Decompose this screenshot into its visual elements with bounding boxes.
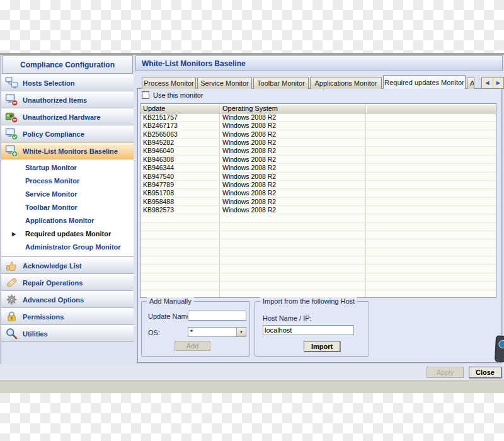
sidebar-item-policy-compliance[interactable]: Policy Compliance [1, 125, 134, 142]
sidebar-item-advanced-options[interactable]: Advanced Options [1, 291, 134, 308]
monitor-sub-list: Startup Monitor Process Monitor Service … [1, 159, 134, 257]
empty-row [140, 273, 496, 282]
use-this-monitor-label: Use this monitor [153, 91, 203, 99]
table-row[interactable]: KB946040 Windows 2008 R2 [140, 147, 496, 155]
table-row[interactable]: KB946308 Windows 2008 R2 [140, 156, 496, 164]
sidebar-subitem-required-updates-monitor[interactable]: ▶ Required updates Monitor [1, 227, 134, 241]
permissions-icon [5, 310, 18, 323]
update-cell: KB982573 [140, 206, 220, 214]
sidebar-item-unauthorized-hardware[interactable]: Unauthorized Hardware [1, 108, 134, 125]
import-button[interactable]: Import [304, 341, 340, 352]
hosts-network-icon [5, 76, 18, 89]
update-name-label: Update Name: [148, 312, 193, 320]
os-cell: Windows 2008 R2 [220, 198, 366, 205]
sidebar-item-unauthorized-items[interactable]: Unauthorized Items [1, 91, 134, 108]
host-name-input[interactable] [263, 325, 354, 335]
tab-scroller: ◀ ▶ [481, 77, 504, 89]
empty-row [140, 248, 496, 256]
sidebar-list: Hosts Selection Unauthorized Items [1, 74, 134, 342]
os-cell: Windows 2008 R2 [220, 156, 366, 163]
use-this-monitor-row: Use this monitor [142, 91, 203, 99]
update-name-input[interactable] [188, 311, 246, 321]
tab-strip: Process Monitor Service Monitor Toolbar … [142, 75, 474, 89]
overlay-app-logo-icon [498, 340, 504, 349]
sidebar-subitem-administrator-group-monitor[interactable]: Administrator Group Monitor [1, 241, 134, 254]
sidebar-item-label: Repair Operations [23, 279, 83, 287]
table-row[interactable]: KB945282 Windows 2008 R2 [140, 139, 496, 147]
acknowledge-list-icon [5, 259, 18, 272]
tab-process-monitor[interactable]: Process Monitor [142, 77, 196, 89]
overlay-app-icon[interactable] [495, 335, 504, 362]
sidebar-item-label: Policy Compliance [23, 130, 84, 138]
sidebar-item-permissions[interactable]: Permissions [1, 308, 134, 325]
utilities-icon [5, 327, 18, 340]
empty-row [140, 239, 496, 248]
host-name-label: Host Name / IP: [263, 314, 312, 322]
updates-table: Update Operating System KB2151757 Window… [140, 103, 496, 298]
update-cell: KB945282 [140, 139, 220, 146]
table-header: Update Operating System [140, 104, 496, 113]
tab-administrator-group-partial[interactable]: A [467, 77, 474, 89]
column-header-blank[interactable] [366, 104, 496, 113]
unauthorized-items-icon [5, 93, 18, 106]
sidebar-item-label: Advanced Options [23, 296, 84, 304]
update-cell: KB2565063 [140, 130, 220, 138]
sidebar-item-whitelist-monitors-baseline[interactable]: White-List Monitors Baseline [1, 142, 134, 159]
policy-compliance-icon [5, 127, 18, 140]
empty-row [140, 231, 496, 239]
table-row[interactable]: KB2467173 Windows 2008 R2 [140, 122, 496, 130]
sidebar-subitem-toolbar-monitor[interactable]: Toolbar Monitor [1, 201, 134, 214]
os-cell: Windows 2008 R2 [220, 189, 366, 197]
update-cell: KB946308 [140, 156, 220, 163]
table-row[interactable]: KB958488 Windows 2008 R2 [140, 198, 496, 206]
tab-applications-monitor[interactable]: Applications Monitor [310, 77, 382, 89]
sidebar-item-utilities[interactable]: Utilities [1, 325, 134, 342]
table-row[interactable]: KB946344 Windows 2008 R2 [140, 164, 496, 172]
tab-service-monitor[interactable]: Service Monitor [197, 77, 252, 89]
column-header-update[interactable]: Update [140, 104, 220, 113]
update-cell: KB958488 [140, 198, 220, 205]
tab-toolbar-monitor[interactable]: Toolbar Monitor [253, 77, 309, 89]
os-dropdown-value: * [190, 328, 193, 336]
sidebar-title: Compliance Configuration [2, 55, 133, 74]
add-manually-legend: Add Manually [147, 297, 194, 305]
table-row[interactable]: KB947789 Windows 2008 R2 [140, 181, 496, 189]
tab-scroll-left-icon[interactable]: ◀ [482, 77, 493, 88]
sidebar: Compliance Configuration Hosts Selection [0, 55, 134, 377]
sidebar-item-label: Permissions [23, 313, 64, 321]
tab-scroll-right-icon[interactable]: ▶ [493, 77, 504, 88]
table-row[interactable]: KB982573 Windows 2008 R2 [140, 206, 496, 214]
table-row[interactable]: KB947540 Windows 2008 R2 [140, 173, 496, 181]
sidebar-subitem-service-monitor[interactable]: Service Monitor [1, 188, 134, 201]
unauthorized-hardware-icon [5, 110, 18, 123]
column-header-operating-system[interactable]: Operating System [220, 104, 366, 113]
update-cell: KB946344 [140, 164, 220, 171]
update-cell: KB2467173 [140, 122, 220, 129]
table-row[interactable]: KB951708 Windows 2008 R2 [140, 189, 496, 197]
table-row[interactable]: KB2565063 Windows 2008 R2 [140, 130, 496, 139]
sidebar-item-acknowledge-list[interactable]: Acknowledge List [1, 257, 134, 274]
main-panel: White-List Monitors Baseline Process Mon… [135, 55, 504, 378]
use-this-monitor-checkbox[interactable] [142, 91, 149, 99]
empty-row [140, 214, 496, 222]
table-row[interactable]: KB2151757 Windows 2008 R2 [140, 113, 496, 122]
footer-bar: Apply Close [0, 364, 504, 380]
whitelist-baseline-icon [5, 144, 18, 158]
sidebar-item-hosts-selection[interactable]: Hosts Selection [1, 74, 134, 91]
apply-button[interactable]: Apply [427, 367, 464, 378]
sidebar-subitem-applications-monitor[interactable]: Applications Monitor [1, 214, 134, 227]
sidebar-item-label: Acknowledge List [23, 262, 82, 270]
sidebar-subitem-startup-monitor[interactable]: Startup Monitor [1, 161, 134, 175]
dropdown-arrow-icon[interactable]: ▼ [236, 328, 246, 336]
compliance-window: Compliance Configuration Hosts Selection [0, 53, 504, 391]
close-button[interactable]: Close [469, 367, 501, 378]
update-cell: KB946040 [140, 147, 220, 154]
sidebar-item-repair-operations[interactable]: Repair Operations [1, 274, 134, 291]
os-dropdown[interactable]: * ▼ [188, 327, 246, 337]
tab-required-updates-monitor[interactable]: Required updates Monitor [383, 75, 466, 89]
add-button[interactable]: Add [175, 341, 210, 351]
sidebar-subitem-process-monitor[interactable]: Process Monitor [1, 175, 134, 188]
empty-row [140, 265, 496, 273]
os-cell: Windows 2008 R2 [220, 206, 366, 214]
window-bottom-edge [0, 380, 504, 393]
